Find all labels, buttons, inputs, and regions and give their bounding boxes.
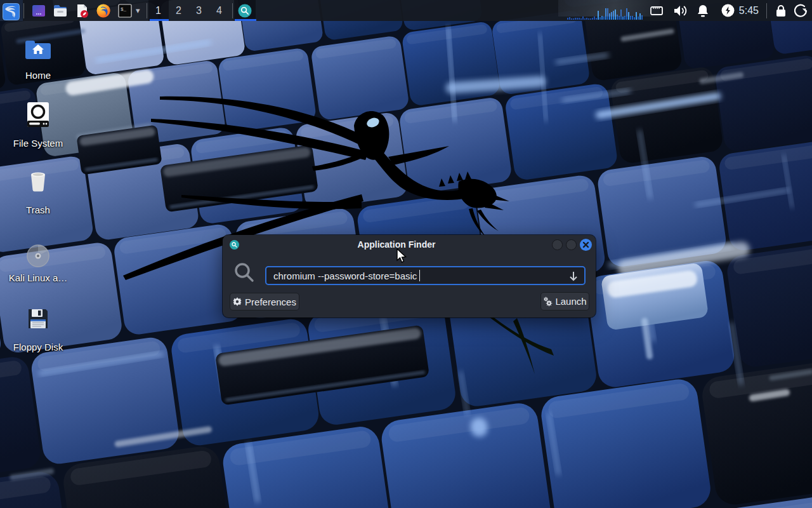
svg-text:$_: $_ [121,6,127,11]
